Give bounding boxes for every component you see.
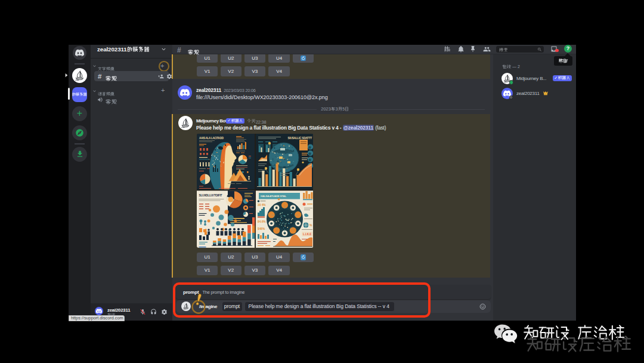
svg-text:84.6%: 84.6% — [258, 220, 266, 223]
svg-text:L.I.K.E: L.I.K.E — [303, 233, 311, 236]
svg-text:AAIS ALA LACITADD: AAIS ALA LACITADD — [199, 136, 224, 139]
svg-text:SLUXDLLUI TOIFIT: SLUXDLLUI TOIFIT — [199, 193, 222, 196]
svg-text:HALSA ATUADE STAL: HALSA ATUADE STAL — [261, 195, 286, 198]
svg-text:38 4%: 38 4% — [258, 204, 266, 207]
svg-text:%: % — [309, 223, 312, 227]
svg-text:$48%: $48% — [258, 227, 265, 230]
svg-text:SIUSALLIC SDATTT: SIUSALLIC SDATTT — [287, 137, 312, 140]
